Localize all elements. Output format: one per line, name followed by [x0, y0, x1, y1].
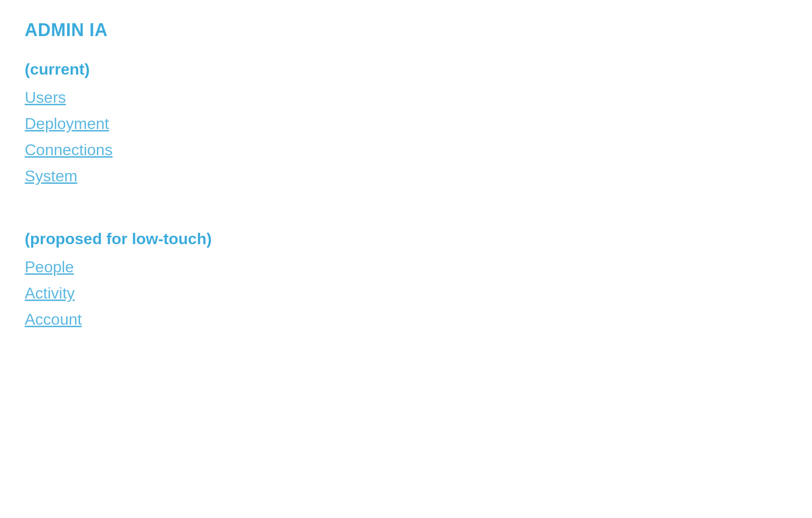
nav-item-account[interactable]: Account: [25, 310, 787, 329]
nav-item-users[interactable]: Users: [25, 88, 787, 107]
page-title: ADMIN IA: [25, 20, 787, 41]
section-heading-proposed: (proposed for low-touch): [25, 230, 787, 248]
nav-item-deployment[interactable]: Deployment: [25, 115, 787, 133]
nav-item-activity[interactable]: Activity: [25, 284, 787, 302]
section-heading-current: (current): [25, 60, 787, 79]
nav-item-connections[interactable]: Connections: [25, 141, 787, 159]
section-current: (current)UsersDeploymentConnectionsSyste…: [25, 60, 787, 185]
section-proposed: (proposed for low-touch)PeopleActivityAc…: [25, 230, 787, 329]
nav-item-system[interactable]: System: [25, 167, 787, 185]
nav-item-people[interactable]: People: [25, 258, 787, 276]
